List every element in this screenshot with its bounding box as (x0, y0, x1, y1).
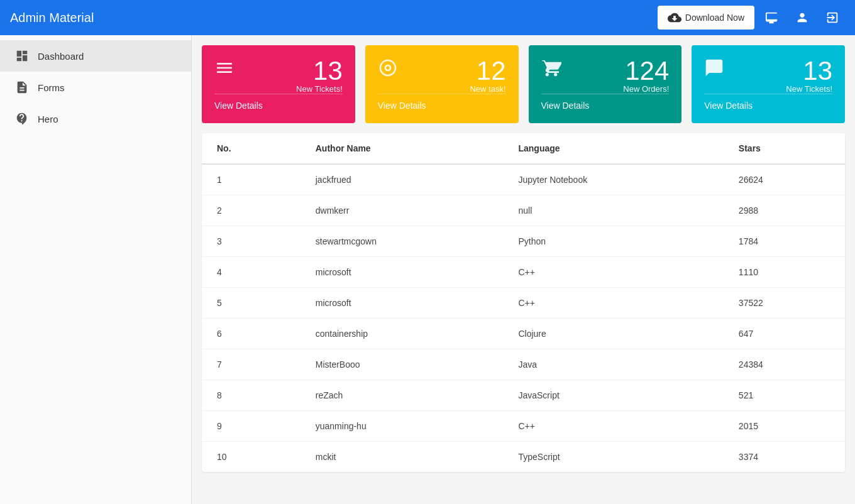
dashboard-icon (15, 49, 29, 63)
stat-card-count-1: 13 (296, 58, 343, 84)
cell-stars: 24384 (724, 349, 845, 380)
cell-author: containership (301, 319, 504, 349)
menu-icon (214, 58, 234, 82)
sidebar-item-hero[interactable]: Hero (0, 103, 191, 134)
data-table-container: No. Author Name Language Stars 1jackfrue… (202, 133, 845, 472)
cell-author: reZach (301, 380, 504, 411)
sidebar-item-forms[interactable]: Forms (0, 72, 191, 103)
layout: Dashboard Forms Hero (0, 35, 855, 504)
cell-stars: 521 (724, 380, 845, 411)
stat-card-count-3: 124 (623, 58, 669, 84)
download-button[interactable]: Download Now (658, 6, 754, 30)
cell-language: Jupyter Notebook (503, 164, 723, 195)
target-icon (378, 58, 398, 82)
stat-card-label-1: New Tickets! (296, 84, 343, 94)
stat-card-top-4: 13 New Tickets! (704, 58, 832, 94)
stat-card-orders[interactable]: 124 New Orders! View Details (529, 45, 682, 123)
cell-author: stewartmcgown (301, 226, 504, 257)
cell-author: microsoft (301, 257, 504, 288)
cell-stars: 26624 (724, 164, 845, 195)
stat-card-count-2: 12 (470, 58, 505, 84)
cell-no: 10 (202, 442, 301, 473)
cell-no: 3 (202, 226, 301, 257)
cell-author: MisterBooo (301, 349, 504, 380)
cell-no: 4 (202, 257, 301, 288)
cell-no: 9 (202, 411, 301, 442)
monitor-icon (765, 11, 779, 25)
cell-language: JavaScript (503, 380, 723, 411)
cell-language: C++ (503, 411, 723, 442)
chat-icon (704, 58, 724, 82)
stat-card-tickets[interactable]: 13 New Tickets! View Details (202, 45, 355, 123)
cloud-download-icon (668, 11, 681, 25)
col-header-no: No. (202, 133, 301, 164)
hero-icon (15, 112, 29, 126)
stat-card-footer-3: View Details (541, 94, 670, 111)
table-row: 10mckitTypeScript3374 (202, 442, 845, 473)
cell-language: C++ (503, 288, 723, 319)
cell-language: C++ (503, 257, 723, 288)
stat-card-numbers-2: 12 New task! (470, 58, 505, 94)
stat-card-count-4: 13 (786, 58, 832, 84)
table-row: 3stewartmcgownPython1784 (202, 226, 845, 257)
cell-stars: 3374 (724, 442, 845, 473)
cell-no: 2 (202, 195, 301, 226)
table-row: 2dwmkerrnull2988 (202, 195, 845, 226)
col-header-language: Language (503, 133, 723, 164)
header-actions: Download Now (658, 5, 845, 30)
cell-no: 5 (202, 288, 301, 319)
table-row: 6containershipClojure647 (202, 319, 845, 349)
stat-card-footer-1: View Details (214, 94, 343, 111)
sidebar-item-dashboard-label: Dashboard (38, 51, 84, 62)
cell-no: 1 (202, 164, 301, 195)
cell-stars: 1784 (724, 226, 845, 257)
app-title: Admin Material (10, 11, 658, 25)
logout-button[interactable] (820, 5, 845, 30)
stat-card-top-3: 124 New Orders! (541, 58, 670, 94)
stat-card-numbers-3: 124 New Orders! (623, 58, 669, 94)
cell-stars: 647 (724, 319, 845, 349)
stat-card-label-2: New task! (470, 84, 505, 94)
cell-author: dwmkerr (301, 195, 504, 226)
sidebar-item-dashboard[interactable]: Dashboard (0, 40, 191, 72)
account-button[interactable] (790, 5, 815, 30)
stat-card-footer-2: View Details (378, 94, 506, 111)
account-icon (795, 11, 809, 25)
monitor-button[interactable] (759, 5, 785, 30)
stat-cards: 13 New Tickets! View Details 12 (202, 45, 845, 123)
stat-card-top-2: 12 New task! (378, 58, 506, 94)
table-row: 7MisterBoooJava24384 (202, 349, 845, 380)
stat-card-numbers-1: 13 New Tickets! (296, 58, 343, 94)
cell-language: Java (503, 349, 723, 380)
col-header-stars: Stars (724, 133, 845, 164)
cell-no: 7 (202, 349, 301, 380)
forms-icon (15, 80, 29, 94)
cell-author: mckit (301, 442, 504, 473)
stat-card-label-4: New Tickets! (786, 84, 832, 94)
cell-author: jackfrued (301, 164, 504, 195)
stat-card-footer-4: View Details (704, 94, 832, 111)
sidebar: Dashboard Forms Hero (0, 35, 192, 504)
logout-icon (825, 11, 839, 25)
stat-card-tickets2[interactable]: 13 New Tickets! View Details (692, 45, 845, 123)
data-table: No. Author Name Language Stars 1jackfrue… (202, 133, 845, 472)
sidebar-item-hero-label: Hero (38, 114, 58, 124)
cell-stars: 2988 (724, 195, 845, 226)
col-header-author: Author Name (301, 133, 504, 164)
main-content: 13 New Tickets! View Details 12 (192, 35, 855, 504)
cell-stars: 2015 (724, 411, 845, 442)
table-row: 1jackfruedJupyter Notebook26624 (202, 164, 845, 195)
cell-language: Clojure (503, 319, 723, 349)
cell-no: 8 (202, 380, 301, 411)
stat-card-label-3: New Orders! (623, 84, 669, 94)
cart-icon (541, 58, 561, 82)
stat-card-tasks[interactable]: 12 New task! View Details (365, 45, 519, 123)
header: Admin Material Download Now (0, 0, 855, 35)
cell-author: yuanming-hu (301, 411, 504, 442)
table-row: 4microsoftC++1110 (202, 257, 845, 288)
cell-language: null (503, 195, 723, 226)
stat-card-numbers-4: 13 New Tickets! (786, 58, 832, 94)
cell-stars: 1110 (724, 257, 845, 288)
cell-language: TypeScript (503, 442, 723, 473)
cell-no: 6 (202, 319, 301, 349)
